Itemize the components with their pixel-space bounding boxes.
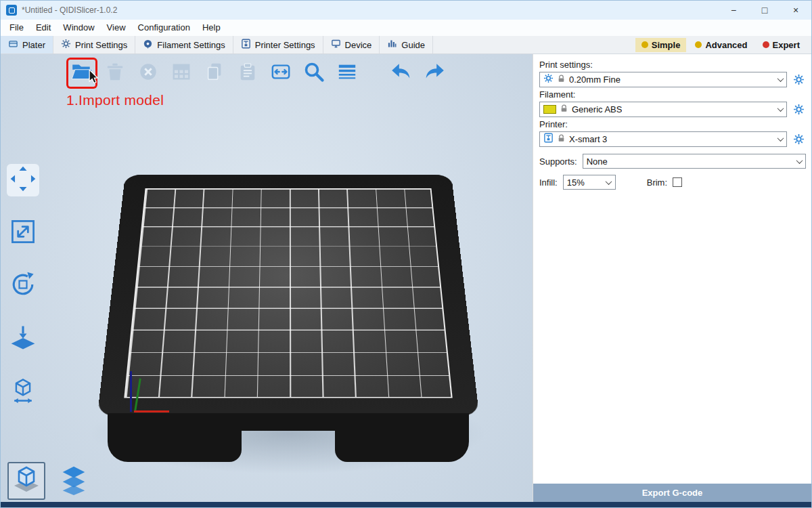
split-objects-icon <box>271 62 291 85</box>
editor-view-button[interactable] <box>7 462 45 500</box>
preview-view-button[interactable] <box>55 462 93 500</box>
simple-mode-dot-icon <box>641 41 648 48</box>
copy-button[interactable] <box>201 60 228 87</box>
minimize-button[interactable]: − <box>718 1 749 20</box>
status-bar <box>1 502 811 507</box>
filament-label: Filament: <box>539 89 806 100</box>
app-window: *Untitled - QIDISlicer-1.0.2 − □ × File … <box>0 0 812 508</box>
scale-icon <box>8 217 38 249</box>
axis-z-indicator <box>130 371 132 412</box>
filament-color-swatch <box>543 105 556 114</box>
filament-icon <box>143 39 153 51</box>
chevron-down-icon <box>774 102 786 117</box>
lock-icon <box>557 133 566 146</box>
plater-icon <box>8 39 18 51</box>
undo-arrow-icon <box>390 60 413 86</box>
export-gcode-button[interactable]: Export G-code <box>533 484 811 502</box>
delete-all-icon <box>138 62 158 85</box>
copy-icon <box>204 62 225 85</box>
rotate-icon <box>8 270 38 302</box>
variable-layer-height-button[interactable] <box>334 60 361 87</box>
infill-select[interactable]: 15% <box>563 175 616 190</box>
menu-view[interactable]: View <box>101 20 132 36</box>
menu-configuration[interactable]: Configuration <box>132 20 196 36</box>
lock-icon <box>557 74 566 86</box>
tab-filament-settings[interactable]: Filament Settings <box>135 36 233 54</box>
redo-arrow-icon <box>423 60 446 86</box>
tab-print-settings[interactable]: Print Settings <box>53 36 135 54</box>
tab-bar: Plater Print Settings Filament Settings … <box>1 36 811 54</box>
infill-value: 15% <box>567 177 585 188</box>
chevron-down-icon <box>774 132 786 146</box>
filament-select[interactable]: Generic ABS <box>539 102 787 117</box>
print-bed-front <box>108 413 469 462</box>
supports-value: None <box>587 156 608 167</box>
title-bar: *Untitled - QIDISlicer-1.0.2 − □ × <box>1 1 811 20</box>
cube-view-icon <box>10 463 43 499</box>
trash-icon <box>105 62 125 85</box>
layer-lines-icon <box>337 62 357 85</box>
guide-icon <box>387 39 397 51</box>
gizmo-toolbar <box>7 164 39 408</box>
advanced-mode-dot-icon <box>695 41 702 48</box>
print-settings-gear-button[interactable] <box>791 72 806 87</box>
mode-simple[interactable]: Simple <box>635 38 687 52</box>
settings-sidebar: Print settings: 0.20mm Fine Filament: <box>533 54 811 502</box>
undo-button[interactable] <box>388 60 415 87</box>
split-to-objects-button[interactable] <box>267 60 294 87</box>
lock-icon <box>560 104 568 116</box>
expert-mode-dot-icon <box>763 41 769 48</box>
place-on-face-button[interactable] <box>7 322 39 355</box>
filament-value: Generic ABS <box>572 104 622 114</box>
mode-expert[interactable]: Expert <box>757 38 806 52</box>
printer-select[interactable]: X-smart 3 <box>539 131 787 147</box>
menu-file[interactable]: File <box>3 20 30 36</box>
axis-x-indicator <box>134 410 169 412</box>
maximize-button[interactable]: □ <box>749 1 780 20</box>
printer-gear-button[interactable] <box>791 132 806 147</box>
infill-label: Infill: <box>539 177 558 188</box>
brim-checkbox[interactable] <box>673 177 682 187</box>
move-button[interactable] <box>7 164 39 196</box>
print-settings-select[interactable]: 0.20mm Fine <box>539 72 787 87</box>
search-icon <box>303 61 325 85</box>
measure-button[interactable] <box>7 375 39 408</box>
delete-all-button[interactable] <box>135 60 162 87</box>
chevron-down-icon <box>793 154 805 168</box>
app-icon <box>6 5 17 16</box>
menu-bar: File Edit Window View Configuration Help <box>1 20 811 36</box>
mode-advanced[interactable]: Advanced <box>689 38 753 52</box>
scale-button[interactable] <box>7 217 39 249</box>
supports-select[interactable]: None <box>583 154 806 169</box>
menu-edit[interactable]: Edit <box>30 20 57 36</box>
arrange-button[interactable] <box>168 60 195 87</box>
print-settings-value: 0.20mm Fine <box>569 75 621 85</box>
mode-switcher: Simple Advanced Expert <box>635 36 811 54</box>
tab-printer-settings[interactable]: Printer Settings <box>233 36 323 54</box>
tab-plater[interactable]: Plater <box>1 36 53 54</box>
gear-icon <box>61 39 71 51</box>
print-bed-grid <box>124 188 452 398</box>
menu-help[interactable]: Help <box>196 20 227 36</box>
menu-window[interactable]: Window <box>57 20 100 36</box>
delete-button[interactable] <box>102 60 129 87</box>
device-icon <box>331 39 341 51</box>
gear-icon <box>543 73 554 86</box>
redo-button[interactable] <box>421 60 448 87</box>
viewport-3d[interactable]: 1.Import model <box>1 54 533 502</box>
search-button[interactable] <box>300 60 328 87</box>
rotate-button[interactable] <box>7 270 39 302</box>
close-button[interactable]: × <box>780 1 811 20</box>
tab-guide[interactable]: Guide <box>380 36 433 54</box>
print-bed <box>97 175 480 417</box>
filament-gear-button[interactable] <box>791 102 806 117</box>
move-arrows-icon <box>8 164 38 196</box>
place-on-face-icon <box>8 322 38 355</box>
paste-button[interactable] <box>234 60 261 87</box>
layers-view-icon <box>58 464 89 498</box>
printer-value: X-smart 3 <box>569 134 607 144</box>
tab-device[interactable]: Device <box>323 36 380 54</box>
printer-label: Printer: <box>539 119 806 129</box>
brim-label: Brim: <box>647 177 667 188</box>
printer-icon <box>241 39 251 51</box>
